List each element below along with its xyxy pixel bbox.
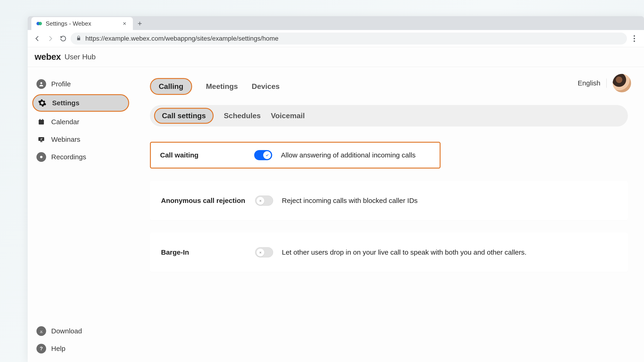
- sidebar-item-settings[interactable]: Settings: [32, 94, 129, 112]
- setting-description: Reject incoming calls with blocked calle…: [282, 197, 418, 205]
- tab-label: Devices: [252, 82, 280, 91]
- sidebar-item-calendar[interactable]: Calendar: [32, 113, 129, 131]
- tab-label: Meetings: [206, 82, 238, 91]
- subtab-voicemail[interactable]: Voicemail: [271, 112, 305, 120]
- address-bar[interactable]: https://example.webex.com/webappng/sites…: [70, 33, 627, 45]
- svg-rect-9: [42, 119, 43, 121]
- sidebar-item-profile[interactable]: Profile: [32, 75, 129, 93]
- browser-tab[interactable]: Settings - Webex: [31, 17, 133, 30]
- check-icon: [263, 151, 271, 159]
- url-text: https://example.webex.com/webappng/sites…: [85, 35, 278, 42]
- x-icon: [256, 197, 264, 205]
- brand-name: webex: [34, 52, 61, 62]
- browser-toolbar: https://example.webex.com/webappng/sites…: [28, 30, 644, 47]
- help-icon: ?: [36, 344, 46, 353]
- forward-button[interactable]: [45, 33, 56, 44]
- sidebar-item-download[interactable]: Download: [32, 322, 129, 340]
- toggle-call-waiting[interactable]: [254, 150, 272, 160]
- download-icon: [36, 326, 46, 336]
- toggle-barge-in[interactable]: [255, 247, 273, 257]
- brand-sub: User Hub: [64, 53, 96, 61]
- tab-label: Schedules: [224, 112, 261, 120]
- tab-label: Calling: [159, 82, 183, 91]
- svg-point-1: [38, 22, 42, 25]
- svg-point-4: [634, 40, 635, 42]
- top-right-controls: English: [578, 74, 631, 92]
- tab-meetings[interactable]: Meetings: [206, 82, 238, 91]
- user-avatar[interactable]: [613, 74, 631, 92]
- record-icon: [36, 152, 46, 162]
- tab-label: Call settings: [162, 112, 206, 120]
- sidebar-item-label: Help: [51, 345, 66, 352]
- divider: [606, 79, 607, 88]
- setting-label: Barge-In: [161, 248, 246, 256]
- setting-description: Let other users drop in on your live cal…: [282, 248, 526, 256]
- primary-tabs: Calling Meetings Devices: [150, 78, 628, 95]
- svg-rect-7: [39, 120, 44, 121]
- webex-favicon: [36, 20, 42, 27]
- svg-point-2: [634, 35, 635, 37]
- new-tab-button[interactable]: [133, 17, 147, 30]
- sidebar-item-label: Calendar: [51, 118, 79, 126]
- settings-list: Call waiting Allow answering of addition…: [150, 142, 628, 272]
- sidebar-item-recordings[interactable]: Recordings: [32, 148, 129, 166]
- setting-barge-in: Barge-In Let other users drop in on your…: [150, 233, 628, 272]
- sidebar: Profile Settings Calendar: [28, 67, 134, 362]
- person-icon: [36, 79, 46, 89]
- secondary-tabs: Call settings Schedules Voicemail: [150, 105, 628, 127]
- svg-point-3: [634, 38, 635, 39]
- setting-anonymous-rejection: Anonymous call rejection Reject incoming…: [150, 181, 628, 220]
- gear-icon: [37, 98, 47, 108]
- x-icon: [256, 249, 264, 256]
- lock-icon: [76, 35, 81, 42]
- setting-description: Allow answering of additional incoming c…: [281, 151, 416, 159]
- svg-rect-8: [40, 119, 40, 121]
- svg-point-11: [40, 156, 43, 158]
- sidebar-item-label: Profile: [51, 80, 71, 88]
- subtab-call-settings[interactable]: Call settings: [154, 108, 214, 124]
- sidebar-item-label: Webinars: [51, 136, 80, 143]
- calendar-icon: [36, 117, 46, 127]
- browser-menu-button[interactable]: [629, 33, 640, 44]
- close-tab-button[interactable]: [121, 20, 128, 27]
- app-header: webex User Hub: [28, 47, 644, 67]
- main-content: Calling Meetings Devices Call settings: [134, 67, 644, 362]
- webinar-icon: [36, 135, 46, 144]
- app-root: webex User Hub English: [28, 47, 644, 362]
- svg-point-5: [40, 82, 42, 84]
- subtab-schedules[interactable]: Schedules: [224, 112, 261, 120]
- browser-window: Settings - Webex: [28, 16, 644, 362]
- setting-label: Call waiting: [160, 151, 246, 159]
- tab-label: Voicemail: [271, 112, 305, 120]
- setting-call-waiting: Call waiting Allow answering of addition…: [150, 142, 440, 169]
- reload-button[interactable]: [58, 33, 69, 44]
- tab-strip: Settings - Webex: [28, 16, 644, 30]
- tab-calling[interactable]: Calling: [150, 78, 192, 95]
- sidebar-item-webinars[interactable]: Webinars: [32, 131, 129, 148]
- language-selector[interactable]: English: [578, 79, 600, 87]
- sidebar-item-help[interactable]: ? Help: [32, 340, 129, 357]
- browser-tab-title: Settings - Webex: [46, 20, 91, 27]
- sidebar-item-label: Settings: [52, 99, 79, 107]
- sidebar-item-label: Recordings: [51, 153, 86, 161]
- setting-label: Anonymous call rejection: [161, 197, 246, 205]
- svg-rect-12: [40, 332, 43, 333]
- toggle-anonymous-rejection[interactable]: [255, 196, 273, 206]
- sidebar-item-label: Download: [51, 327, 82, 335]
- tab-devices[interactable]: Devices: [252, 82, 280, 91]
- back-button[interactable]: [32, 33, 43, 44]
